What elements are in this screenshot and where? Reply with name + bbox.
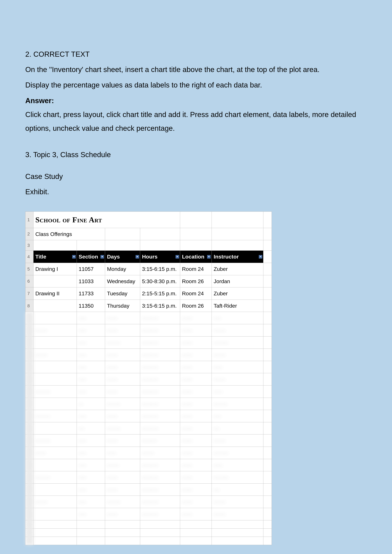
filter-dropdown-icon[interactable]	[136, 255, 139, 258]
col-header-label: Title	[35, 254, 46, 260]
cell-hours: 2:15-5:15 p.m.	[140, 287, 180, 300]
cell-title: Drawing II	[33, 287, 77, 300]
rownum: 2	[25, 228, 34, 240]
cell-hours: 3:15-6:15 p.m.	[140, 263, 180, 275]
cell-instructor: Zuber	[212, 287, 263, 300]
spreadsheet-exhibit: 1 School of Fine Art 2 Class Offerings 3…	[25, 211, 272, 545]
cell-hours: 3:15-6:15 p.m.	[140, 300, 180, 312]
cell-section: 11057	[77, 263, 105, 275]
col-header-label: Instructor	[214, 254, 239, 260]
rownum: 7	[25, 287, 34, 300]
cell-location: Room 26	[180, 300, 211, 312]
table-row: 8 11350 Thursday 3:15-6:15 p.m. Room 26 …	[25, 300, 272, 312]
q3-exhibit: Exhibit.	[25, 185, 367, 199]
cell-days: Wednesday	[105, 275, 140, 287]
cell-instructor: Zuber	[212, 263, 263, 275]
col-header-label: Location	[182, 254, 204, 260]
cell-title	[33, 275, 77, 287]
blurred-preview-rows: ··································· ····…	[25, 312, 272, 545]
cell-title: Drawing I	[33, 263, 77, 275]
q3-case-study: Case Study	[25, 170, 367, 183]
rownum: 4	[25, 251, 34, 263]
cell-location: Room 24	[180, 263, 211, 275]
cell-title	[33, 300, 77, 312]
cell-days: Tuesday	[105, 287, 140, 300]
cell-section: 11033	[77, 275, 105, 287]
col-header-location[interactable]: Location	[180, 251, 211, 263]
sheet-header-row: 4 Title Section Days Hours Location	[25, 251, 272, 263]
cell-location: Room 26	[180, 275, 211, 287]
rownum: 6	[25, 275, 34, 287]
cell-days: Monday	[105, 263, 140, 275]
q2-para2: Display the percentage values as data la…	[25, 78, 367, 92]
cell-section: 11350	[77, 300, 105, 312]
rownum: 3	[25, 240, 34, 251]
rownum: 5	[25, 263, 34, 275]
col-header-section[interactable]: Section	[77, 251, 105, 263]
document-body: 2. CORRECT TEXT On the ''Inventory' char…	[25, 47, 367, 545]
cell-days: Thursday	[105, 300, 140, 312]
table-row: 6 11033 Wednesday 5:30-8:30 p.m. Room 26…	[25, 275, 272, 287]
table-row: 7 Drawing II 11733 Tuesday 2:15-5:15 p.m…	[25, 287, 272, 300]
sheet-row-1: 1 School of Fine Art	[25, 211, 272, 228]
col-header-title[interactable]: Title	[33, 251, 77, 263]
col-header-label: Hours	[142, 254, 158, 260]
q2-answer-text: Click chart, press layout, click chart t…	[25, 108, 367, 135]
sheet-row-3: 3	[25, 240, 272, 251]
col-header-hours[interactable]: Hours	[140, 251, 180, 263]
filter-dropdown-icon[interactable]	[207, 255, 211, 258]
cell-section: 11733	[77, 287, 105, 300]
cell-location: Room 24	[180, 287, 211, 300]
filter-dropdown-icon[interactable]	[259, 255, 262, 258]
q2-answer-label: Answer:	[25, 94, 367, 108]
cell-instructor: Jordan	[212, 275, 263, 287]
q3-heading: 3. Topic 3, Class Schedule	[25, 148, 367, 162]
sheet-subtitle: Class Offerings	[33, 228, 105, 240]
cell-hours: 5:30-8:30 p.m.	[140, 275, 180, 287]
rownum: 1	[25, 211, 34, 228]
col-header-instructor[interactable]: Instructor	[212, 251, 263, 263]
col-header-label: Days	[107, 254, 120, 260]
filter-dropdown-icon[interactable]	[72, 255, 76, 258]
filter-dropdown-icon[interactable]	[100, 255, 104, 258]
filter-dropdown-icon[interactable]	[175, 255, 179, 258]
col-header-days[interactable]: Days	[105, 251, 140, 263]
q2-heading: 2. CORRECT TEXT	[25, 47, 367, 61]
col-header-label: Section	[79, 254, 98, 260]
sheet-row-2: 2 Class Offerings	[25, 228, 272, 240]
sheet-title: School of Fine Art	[33, 211, 180, 228]
cell-instructor: Taft-Rider	[212, 300, 263, 312]
rownum: 8	[25, 300, 34, 312]
q2-para1: On the ''Inventory' chart sheet, insert …	[25, 63, 367, 76]
table-row: 5 Drawing I 11057 Monday 3:15-6:15 p.m. …	[25, 263, 272, 275]
